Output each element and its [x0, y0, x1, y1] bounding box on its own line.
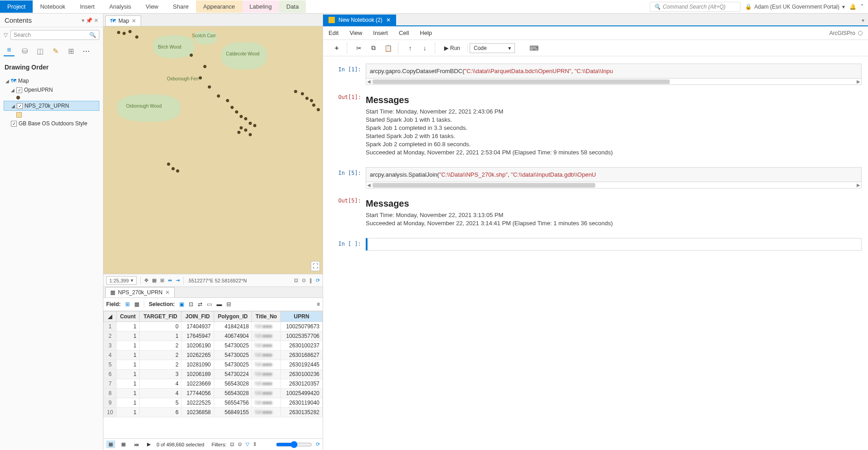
column-header[interactable]: JOIN_FID [181, 312, 214, 322]
scrollbar[interactable]: ◀ ▶ [366, 182, 862, 188]
menu-icon[interactable]: ≡ [317, 301, 320, 307]
code-cell[interactable]: arcpy.gapro.CopyDatasetFromBDC("C:\\data… [366, 64, 862, 79]
ribbon-tab-view[interactable]: View [138, 0, 166, 13]
ribbon-collapse-icon[interactable]: ˅ [861, 4, 863, 10]
table-row[interactable]: 4121026226554730025NK■■■2630168627 [104, 351, 323, 360]
ribbon-tab-data[interactable]: Data [279, 0, 306, 13]
table-row[interactable]: 5121028109054730025NK■■■2630192445 [104, 360, 323, 370]
map-tool-icon[interactable]: ⊞ [160, 277, 164, 283]
refresh-icon[interactable]: ⟳ [316, 277, 320, 283]
panel-close-icon[interactable]: ✕ [94, 17, 98, 24]
show-selected-icon[interactable]: ▦ [119, 440, 128, 448]
copy-selection-button[interactable]: ⊟ [226, 301, 231, 307]
filter-icon[interactable]: ⊙ [238, 441, 242, 447]
ribbon-tab-notebook[interactable]: Notebook [33, 0, 73, 13]
close-icon[interactable]: ✕ [132, 18, 136, 24]
toc-layer-openuprn[interactable]: ◢ ✓ OpenUPRN [4, 85, 99, 94]
nb-menu-help[interactable]: Help [420, 30, 432, 36]
refresh-icon[interactable]: ⟳ [316, 441, 320, 447]
data-table[interactable]: ◢ Count TARGET_FID JOIN_FID Polygon_ID T… [103, 311, 323, 417]
checkbox-icon[interactable]: ✓ [11, 121, 17, 127]
map-tab[interactable]: 🗺 Map ✕ [105, 15, 141, 26]
map-tool-icon[interactable]: ⇹ [168, 277, 172, 283]
code-cell[interactable]: arcpy.analysis.SpatialJoin("C:\\Data\\NP… [366, 167, 862, 182]
toc-layer-basemap[interactable]: ✓ GB Base OS Outdoors Style [4, 119, 99, 128]
map-tool-icon[interactable]: ▦ [152, 277, 157, 283]
command-search[interactable]: 🔍 Command Search (Alt+Q) [650, 2, 740, 12]
zoom-selection-button[interactable]: ⊡ [189, 301, 193, 307]
table-row[interactable]: 3121020619054730025NK■■■2630100237 [104, 341, 323, 351]
list-by-source-button[interactable]: ⛁ [19, 45, 30, 56]
command-palette-button[interactable]: ⌨ [528, 42, 540, 54]
table-row[interactable]: 6131020618954730224NK■■■2630100236 [104, 370, 323, 379]
list-by-editing-button[interactable]: ✎ [50, 45, 61, 56]
column-header[interactable]: Polygon_ID [214, 312, 252, 322]
add-field-button[interactable]: ⊞ [125, 301, 130, 307]
contents-search[interactable]: Search 🔍 [10, 30, 99, 40]
table-row[interactable]: 2111764594740674904NK■■■10025357706 [104, 331, 323, 341]
filter-icon[interactable]: ▽ [4, 32, 8, 38]
scroll-right-icon[interactable]: ▶ [857, 183, 860, 188]
column-header[interactable]: UPRN [281, 312, 323, 322]
scroll-left-icon[interactable]: ◀ [367, 79, 371, 84]
scroll-right-icon[interactable]: ▶ [857, 79, 860, 84]
zoom-slider[interactable] [276, 441, 312, 448]
notebook-tab[interactable]: New Notebook (2) ✕ [323, 15, 396, 25]
delete-selection-button[interactable]: ▬ [216, 301, 222, 307]
panel-menu-dropdown-icon[interactable]: ▾ [858, 15, 868, 25]
toc-symbol-nps[interactable] [4, 111, 99, 119]
cell-type-selector[interactable]: Code▾ [470, 43, 515, 53]
map-tool-icon[interactable]: ⊡ [294, 277, 298, 283]
nav-first-icon[interactable]: ⏮ [132, 441, 141, 448]
nb-menu-view[interactable]: View [349, 30, 362, 36]
code-cell-empty[interactable] [366, 238, 862, 251]
nb-menu-cell[interactable]: Cell [399, 30, 409, 36]
table-row[interactable]: 1101740493741842418NK■■■10025079673 [104, 322, 323, 331]
scroll-left-icon[interactable]: ◀ [367, 183, 371, 188]
list-by-snapping-button[interactable]: ⊞ [65, 45, 76, 56]
more-options-icon[interactable]: ⋯ [81, 45, 92, 56]
move-down-button[interactable]: ↓ [418, 42, 431, 54]
scale-selector[interactable]: 1:25,399▾ [106, 276, 137, 285]
table-tab[interactable]: ▦ NPS_270k_UPRN ✕ [105, 287, 175, 297]
toc-map[interactable]: ◢ 🗺 Map [4, 76, 99, 85]
map-tool-icon[interactable]: ⇥ [176, 277, 180, 283]
cut-button[interactable]: ✂ [353, 42, 365, 54]
user-area[interactable]: 🔒 Adam (Esri UK Government Portal) ▾ [745, 4, 845, 10]
table-row[interactable]: 7141022366956543028NK■■■2630120357 [104, 379, 323, 389]
table-row[interactable]: 8141774405656543028NK■■■10025499420 [104, 389, 323, 398]
panel-pin-icon[interactable]: 📌 [86, 17, 93, 24]
move-up-button[interactable]: ↑ [404, 42, 417, 54]
nav-next-icon[interactable]: ▶ [145, 440, 153, 448]
run-button[interactable]: ▶Run [441, 44, 464, 52]
map-tool-icon[interactable]: ✥ [144, 277, 148, 283]
filter-icon[interactable]: ⊡ [230, 441, 234, 447]
list-by-selection-button[interactable]: ◫ [34, 45, 45, 56]
select-by-attributes-button[interactable]: ▣ [179, 301, 184, 307]
column-header[interactable]: TARGET_FID [139, 312, 181, 322]
ribbon-tab-insert[interactable]: Insert [73, 0, 102, 13]
ribbon-tab-project[interactable]: Project [0, 0, 33, 13]
add-cell-button[interactable]: ＋ [330, 42, 343, 54]
close-icon[interactable]: ✕ [165, 289, 170, 296]
ribbon-tab-appearance[interactable]: Appearance [196, 0, 242, 13]
scrollbar[interactable]: ◀ ▶ [366, 79, 862, 85]
checkbox-icon[interactable]: ✓ [17, 103, 23, 109]
map-view[interactable]: Birch Wood Scotch Carr Caldecote Wood Ox… [103, 26, 323, 274]
show-all-icon[interactable]: ▦ [106, 440, 115, 448]
copy-button[interactable]: ⧉ [367, 42, 380, 54]
column-header[interactable]: Title_No [252, 312, 281, 322]
ribbon-tab-share[interactable]: Share [166, 0, 196, 13]
toc-layer-nps[interactable]: ◢ ✓ NPS_270k_UPRN [4, 101, 99, 111]
ribbon-tab-analysis[interactable]: Analysis [102, 0, 138, 13]
clear-selection-button[interactable]: ▭ [207, 301, 212, 307]
list-by-drawing-order-button[interactable]: ≡ [4, 45, 15, 56]
map-tool-icon[interactable]: ⊙ [302, 277, 306, 283]
toc-symbol-openuprn[interactable] [4, 94, 99, 101]
paste-button[interactable]: 📋 [382, 42, 394, 54]
filter-expand-icon[interactable]: ⇕ [253, 441, 257, 447]
calculate-button[interactable]: ▦ [134, 301, 139, 307]
panel-menu-icon[interactable]: ▾ [82, 17, 84, 24]
table-row[interactable]: 9151022252556554756NK■■■2630119040 [104, 398, 323, 408]
nb-menu-edit[interactable]: Edit [329, 30, 338, 36]
